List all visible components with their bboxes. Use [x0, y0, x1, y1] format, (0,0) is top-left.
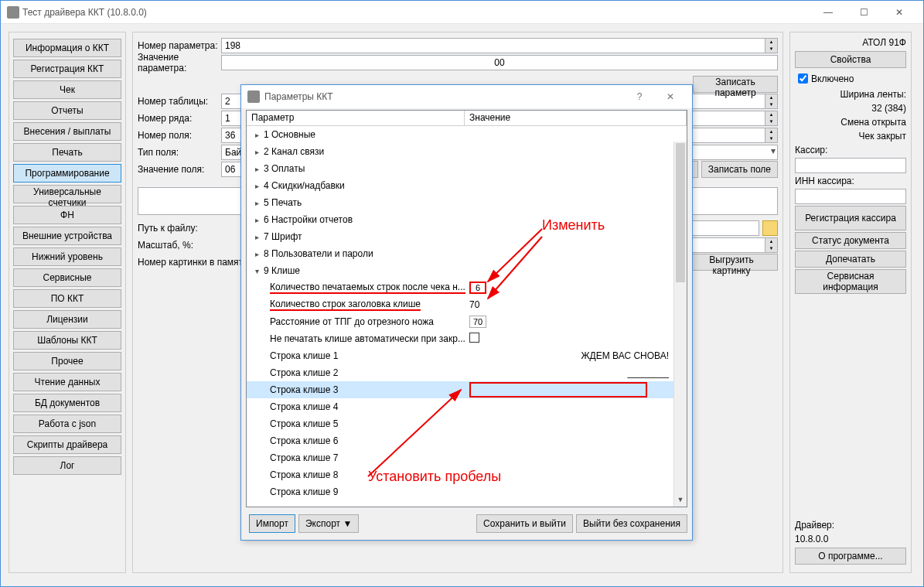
write-param-button[interactable]: Записать параметр: [693, 76, 778, 93]
nav-item[interactable]: БД документов: [13, 394, 121, 412]
inn-label: ИНН кассира:: [790, 174, 911, 188]
nav-item[interactable]: Сервисные: [13, 268, 121, 287]
tree-row[interactable]: ▸3 Оплаты: [247, 160, 673, 177]
minimize-button[interactable]: —: [810, 1, 846, 24]
tree-row[interactable]: Строка клише 5: [247, 415, 673, 432]
dialog-icon: [247, 90, 260, 103]
write-field-button[interactable]: Записать поле: [701, 161, 778, 178]
dialog-close-button[interactable]: ✕: [655, 91, 686, 102]
tree-row[interactable]: Строка клише 1ЖДЕМ ВАС СНОВА!: [247, 347, 673, 364]
value-input[interactable]: [469, 382, 647, 398]
nav-item[interactable]: Чтение данных: [13, 373, 121, 391]
import-button[interactable]: Импорт: [249, 514, 295, 533]
tree-item-label: 9 Клише: [264, 265, 300, 276]
nav-item[interactable]: ПО ККТ: [13, 289, 121, 308]
nav-item[interactable]: Скрипты драйвера: [13, 435, 121, 454]
chevron-right-icon[interactable]: ▸: [251, 248, 262, 259]
nav-item[interactable]: Печать: [13, 143, 121, 162]
nav-item[interactable]: Внешние устройства: [13, 227, 121, 245]
dialog-title: Параметры ККТ: [264, 91, 624, 102]
scroll-thumb[interactable]: [676, 143, 685, 282]
chevron-right-icon[interactable]: ▸: [251, 197, 262, 208]
nav-item[interactable]: Чек: [13, 80, 121, 99]
nav-item[interactable]: Информация о ККТ: [13, 39, 121, 57]
tree-row[interactable]: ▸6 Настройки отчетов: [247, 211, 673, 228]
tree-row[interactable]: ▸1 Основные: [247, 126, 673, 143]
close-button[interactable]: ✕: [881, 1, 917, 24]
tree-row[interactable]: ▸5 Печать: [247, 194, 673, 211]
tree-row[interactable]: ▸2 Канал связи: [247, 143, 673, 160]
inn-input[interactable]: [795, 189, 906, 204]
service-info-button[interactable]: Сервисная информация: [795, 269, 906, 294]
chevron-right-icon[interactable]: ▸: [251, 231, 262, 242]
folder-icon[interactable]: [762, 220, 778, 236]
value-input[interactable]: 70: [469, 316, 486, 328]
about-button[interactable]: О программе...: [795, 548, 906, 565]
field-val-label: Значение поля:: [138, 164, 221, 175]
nav-item[interactable]: Программирование: [13, 164, 121, 183]
register-cashier-button[interactable]: Регистрация кассира: [795, 206, 906, 230]
chevron-right-icon[interactable]: ▸: [251, 214, 262, 225]
properties-button[interactable]: Свойства: [795, 51, 906, 68]
nav-item[interactable]: Универсальные счетчики: [13, 185, 121, 203]
driver-version: 10.8.0.0: [790, 532, 911, 546]
nav-item[interactable]: Лицензии: [13, 310, 121, 329]
nav-item[interactable]: Нижний уровень: [13, 247, 121, 266]
nav-item[interactable]: ФН: [13, 206, 121, 224]
tree-row[interactable]: Строка клише 3: [247, 381, 673, 398]
chevron-right-icon[interactable]: ▸: [251, 163, 262, 174]
param-val-label: Значение параметра:: [138, 52, 221, 73]
tree-row[interactable]: ▾9 Клише: [247, 262, 673, 279]
cashier-input[interactable]: [795, 158, 906, 173]
doc-status-button[interactable]: Статус документа: [795, 232, 906, 249]
col-param: Параметр: [247, 111, 465, 125]
tree-row[interactable]: Не печатать клише автоматически при закр…: [247, 330, 673, 347]
nav-item[interactable]: Шаблоны ККТ: [13, 331, 121, 350]
save-exit-button[interactable]: Сохранить и выйти: [476, 514, 573, 533]
reprint-button[interactable]: Допечатать: [795, 251, 906, 268]
nav-item[interactable]: Регистрация ККТ: [13, 60, 121, 78]
tree-row[interactable]: Строка клише 2________: [247, 364, 673, 381]
scroll-down-icon[interactable]: ▼: [674, 493, 687, 507]
tree-row[interactable]: ▸7 Шрифт: [247, 228, 673, 245]
tree-row[interactable]: Строка клише 7: [247, 449, 673, 466]
tree-item-label: Строка клише 7: [270, 452, 338, 463]
tree-item-label: 5 Печать: [264, 197, 302, 208]
annotation-change: Изменить: [542, 217, 605, 234]
enabled-check[interactable]: Включено: [790, 70, 911, 87]
export-button[interactable]: Экспорт ▼: [298, 514, 359, 533]
param-val-input[interactable]: 00: [221, 55, 778, 70]
tree-row[interactable]: Строка клише 4: [247, 398, 673, 415]
tree-item-label: 6 Настройки отчетов: [264, 214, 353, 225]
chevron-right-icon[interactable]: ▸: [251, 180, 262, 191]
nav-item[interactable]: Отчеты: [13, 101, 121, 120]
dialog-help-button[interactable]: ?: [624, 91, 655, 102]
nav-item[interactable]: Внесения / выплаты: [13, 122, 121, 141]
tree-scrollbar[interactable]: ▲ ▼: [673, 142, 687, 507]
chevron-right-icon[interactable]: ▸: [251, 146, 262, 157]
tree-row[interactable]: Количество печатаемых строк после чека н…: [247, 279, 673, 296]
unload-picture-button[interactable]: Выгрузить картинку: [685, 254, 778, 271]
tree-item-label: Строка клише 8: [270, 469, 338, 480]
tree-row[interactable]: Количество строк заголовка клише70: [247, 296, 673, 313]
shift-open-label: Смена открыта: [790, 115, 911, 129]
tree-row[interactable]: ▸4 Скидки/надбавки: [247, 177, 673, 194]
row-no-label: Номер ряда:: [138, 113, 221, 124]
tree-item-label: Расстояние от ТПГ до отрезного ножа: [270, 316, 434, 327]
chevron-right-icon[interactable]: ▸: [251, 129, 262, 140]
chevron-down-icon[interactable]: ▾: [251, 265, 262, 276]
enabled-checkbox[interactable]: [798, 73, 808, 84]
tree-item-label: Строка клише 4: [270, 401, 338, 412]
tree-row[interactable]: Строка клише 9: [247, 483, 673, 500]
param-no-input[interactable]: 198▲▼: [221, 38, 778, 53]
nav-item[interactable]: Работа с json: [13, 415, 121, 433]
maximize-button[interactable]: ☐: [846, 1, 881, 24]
tree-row[interactable]: Расстояние от ТПГ до отрезного ножа70: [247, 313, 673, 330]
tree-row[interactable]: Строка клише 6: [247, 432, 673, 449]
tree-row[interactable]: ▸8 Пользователи и пароли: [247, 245, 673, 262]
exit-nosave-button[interactable]: Выйти без сохранения: [576, 514, 687, 533]
value-input[interactable]: 6: [469, 282, 486, 294]
nav-item[interactable]: Прочее: [13, 352, 121, 370]
nav-item[interactable]: Лог: [13, 456, 121, 475]
value-checkbox[interactable]: [469, 333, 479, 343]
